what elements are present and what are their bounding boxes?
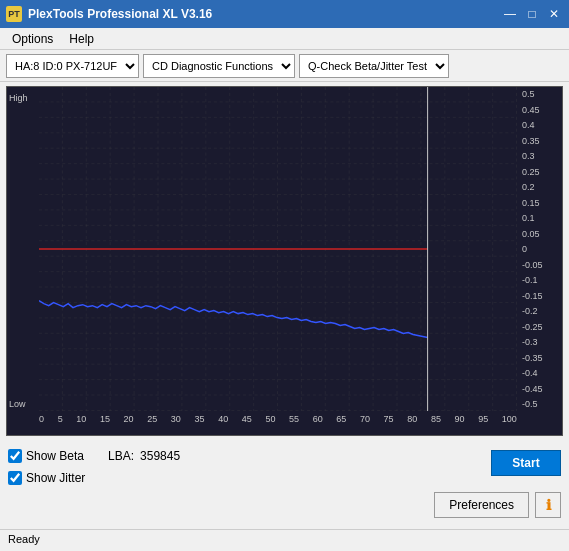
- chart-area: High Low 0.5 0.45 0.4 0.35 0.3 0.25 0.2 …: [6, 86, 563, 436]
- minimize-button[interactable]: —: [501, 6, 519, 22]
- app-icon: PT: [6, 6, 22, 22]
- action-row: Start: [491, 450, 561, 476]
- menu-bar: Options Help: [0, 28, 569, 50]
- menu-help[interactable]: Help: [61, 30, 102, 48]
- show-beta-row: Show Beta LBA: 359845: [8, 446, 180, 466]
- status-bar: Ready: [0, 529, 569, 551]
- toolbar: HA:8 ID:0 PX-712UF CD Diagnostic Functio…: [0, 50, 569, 82]
- show-jitter-row: Show Jitter: [8, 468, 180, 488]
- show-jitter-checkbox[interactable]: [8, 471, 22, 485]
- test-select[interactable]: Q-Check Beta/Jitter Test: [299, 54, 449, 78]
- show-beta-checkbox[interactable]: [8, 449, 22, 463]
- maximize-button[interactable]: □: [523, 6, 541, 22]
- show-beta-label: Show Beta: [26, 449, 84, 463]
- device-select[interactable]: HA:8 ID:0 PX-712UF: [6, 54, 139, 78]
- function-select[interactable]: CD Diagnostic Functions: [143, 54, 295, 78]
- close-button[interactable]: ✕: [545, 6, 563, 22]
- window-title: PlexTools Professional XL V3.16: [28, 7, 212, 21]
- y-axis-left: [7, 87, 39, 411]
- chart-canvas: [39, 87, 517, 411]
- lba-value: 359845: [140, 449, 180, 463]
- chart-svg: [39, 87, 517, 411]
- status-text: Ready: [8, 533, 40, 545]
- lba-section: LBA: 359845: [108, 449, 180, 463]
- preferences-button[interactable]: Preferences: [434, 492, 529, 518]
- x-axis-labels: 0 5 10 15 20 25 30 35 40 45 50 55 60 65 …: [39, 411, 517, 435]
- info-button[interactable]: ℹ: [535, 492, 561, 518]
- bottom-controls: Show Beta LBA: 359845 Show Jitter Start: [0, 440, 569, 490]
- title-bar: PT PlexTools Professional XL V3.16 — □ ✕: [0, 0, 569, 28]
- lba-label: LBA:: [108, 449, 134, 463]
- preferences-row: Preferences ℹ: [0, 490, 569, 522]
- show-jitter-label: Show Jitter: [26, 471, 85, 485]
- bottom-left: Show Beta LBA: 359845 Show Jitter: [8, 446, 180, 488]
- start-button[interactable]: Start: [491, 450, 561, 476]
- y-axis-right: 0.5 0.45 0.4 0.35 0.3 0.25 0.2 0.15 0.1 …: [517, 87, 562, 411]
- menu-options[interactable]: Options: [4, 30, 61, 48]
